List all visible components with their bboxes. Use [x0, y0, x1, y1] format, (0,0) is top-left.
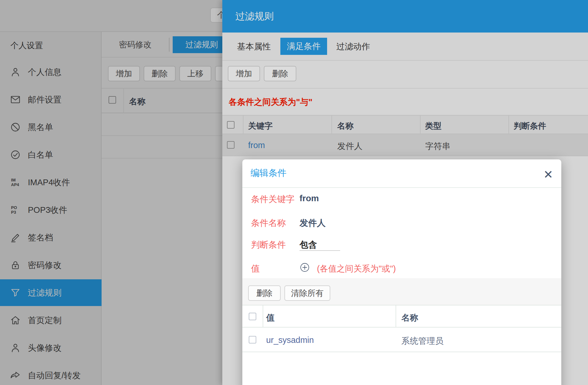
value-cell: ur_sysadmin	[266, 335, 314, 345]
value-toolbar: 删除 清除所有	[242, 278, 561, 305]
close-icon[interactable]: ✕	[541, 168, 555, 181]
column-header-value: 值	[266, 312, 275, 324]
delete-value-button[interactable]: 删除	[248, 285, 281, 301]
select-all-checkbox[interactable]	[249, 313, 256, 320]
keyword-field-label: 条件关键字	[251, 193, 295, 205]
condition-select-underline	[300, 250, 340, 251]
value-row[interactable]: ur_sysadmin 系统管理员	[242, 328, 561, 352]
condition-select[interactable]: 包含	[300, 239, 317, 251]
dialog-title: 编辑条件	[250, 167, 286, 179]
column-divider	[396, 305, 396, 327]
edit-condition-dialog: 编辑条件 ✕ 条件关键字 from 条件名称 发件人 判断条件 包含 值 (各值…	[242, 159, 561, 385]
row-checkbox[interactable]	[249, 336, 256, 343]
screen: 个人设置 个人设置 个人信息 邮件设置 黑名单 白名单 IMAP4 IMAP4收…	[0, 0, 588, 385]
condition-field-label: 判断条件	[251, 239, 286, 251]
values-table-header: 值 名称	[242, 305, 561, 328]
divider	[242, 187, 561, 188]
plus-circle-icon[interactable]	[300, 262, 310, 272]
column-divider	[263, 305, 263, 327]
clear-all-button[interactable]: 清除所有	[284, 285, 330, 301]
value-relation-note: (各值之间关系为"或")	[317, 263, 396, 275]
name-field-value: 发件人	[300, 217, 326, 229]
keyword-field-value: from	[300, 193, 319, 203]
value-field-label: 值	[251, 263, 260, 275]
column-header-name: 名称	[401, 312, 418, 324]
value-name-cell: 系统管理员	[401, 335, 443, 347]
name-field-label: 条件名称	[251, 217, 286, 229]
